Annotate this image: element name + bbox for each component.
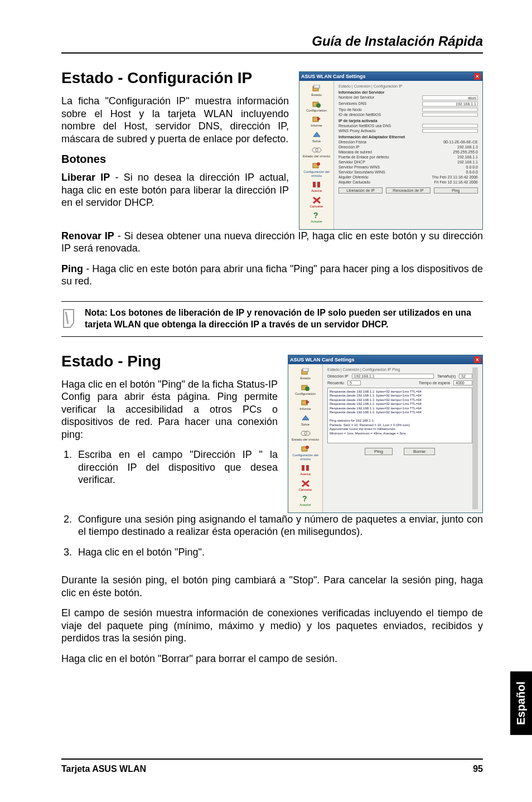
subheading-botones: Botones [61,153,289,166]
field-value [422,129,478,133]
size-input[interactable]: 32 [459,374,472,379]
paragraph-ping-intro: Haga clic en el botón "Ping" de la ficha… [61,378,278,441]
field-label: Dirección Física [338,140,366,144]
field-value: 192.168.1.3 [457,145,478,149]
sidebar-item-label[interactable]: Configuración [295,392,316,395]
report-icon [301,399,311,407]
tab-bar[interactable]: Estado | Conexión | Configuración IP [338,84,478,88]
field-label: Tipo de Nodo [338,108,362,112]
field-label: Servidores DNS [338,102,366,107]
link-status-icon [312,146,322,154]
sidebar-item-label[interactable]: Estado del vínculo [303,154,330,158]
tab-bar[interactable]: Estado | Conexión | Configuración IP Pin… [327,368,472,371]
about-icon [312,181,322,189]
field-label: Nombre del Servidor [338,95,374,100]
svg-rect-10 [317,182,320,187]
report-icon [312,115,322,123]
renew-ip-button[interactable]: Renovación de IP [386,187,430,194]
field-label: Recuento [327,381,344,385]
screenshot-ip-config-window: ASUS WLAN Card Settings × Estado Configu… [299,71,483,230]
svg-point-20 [306,446,309,449]
sidebar-item-label[interactable]: Configuración del vínculo [303,170,330,177]
page-footer: Tarjeta ASUS WLAN 95 [61,758,483,774]
svg-point-18 [304,431,310,436]
clear-button[interactable]: Borrar [404,448,435,455]
solve-icon [301,414,311,422]
paragraph-session-field: El campo de sesión muestra información d… [61,607,483,645]
scrollbar[interactable] [472,368,478,509]
steps-list: Escriba en el campo "Dirección IP " la d… [61,448,278,486]
about-icon [301,464,311,472]
sidebar-item-label[interactable]: Informe [311,124,322,127]
sidebar-item-label[interactable]: Informe [299,407,311,410]
main-panel: Estado | Conexión | Configuración IP Pin… [323,364,482,513]
svg-text:?: ? [313,211,318,219]
paragraph-ping: Ping - Haga clic en este botón para abri… [61,263,483,288]
sidebar-item-label[interactable]: Solve [301,423,309,426]
svg-rect-13 [303,368,308,371]
accept-icon: ? [301,495,310,503]
field-label: Tiempo de espera [419,381,450,385]
header-rule [61,52,483,54]
svg-point-8 [317,162,320,166]
sidebar-item-label[interactable]: Cancelar [309,205,323,208]
page-number: 95 [473,764,483,774]
status-icon [301,368,311,376]
close-icon[interactable]: × [474,73,481,80]
field-label: Puerta de Enlace por defecto [338,155,389,159]
main-panel: Estado | Conexión | Configuración IP Inf… [334,81,482,229]
sidebar-item-label[interactable]: Estado [311,93,322,96]
footer-title: Tarjeta ASUS WLAN [61,764,146,774]
close-icon[interactable]: × [474,356,481,363]
step-3: Haga clic en el botón "Ping". [75,546,483,559]
sidebar-item-label[interactable]: Acerca [300,472,311,476]
link-config-icon [301,445,311,453]
sidebar-item-label[interactable]: Solve [312,139,321,143]
field-value [422,124,478,128]
svg-point-3 [316,103,321,108]
ping-button[interactable]: Ping [365,448,393,455]
field-value: asus [422,95,478,100]
screenshot-ping-window: ASUS WLAN Card Settings × Estado Configu… [288,355,483,513]
sidebar-item-label[interactable]: Estado del vínculo [292,438,319,441]
sidebar-item-label[interactable]: Aceptar [311,220,322,223]
step-1: Escriba en el campo "Dirección IP " la d… [75,448,278,486]
sidebar-item-label[interactable]: Estado [300,376,311,380]
svg-point-17 [301,431,307,436]
page-header: Guía de Instalación Rápida [61,33,483,49]
svg-rect-21 [302,465,304,471]
note-block: Nota: Los botones de liberación de IP y … [61,301,483,337]
section-ip-card: IP de tarjeta activada [338,119,478,123]
field-label: Servidor DHCP [338,160,365,164]
ip-address-input[interactable]: 192.168.1.1 [352,374,434,379]
sidebar-item-label[interactable]: Configuración [306,109,327,112]
ping-log: Respuesta desde 192.168.1.1: bytes=32 ti… [327,388,472,443]
window-title: ASUS WLAN Card Settings [290,357,355,363]
count-input[interactable]: 5 [347,380,361,385]
sidebar-item-label[interactable]: Acerca [311,189,322,192]
heading-ip-config: Estado - Configuración IP [61,69,289,87]
svg-rect-22 [306,465,309,471]
section-server-info: Información del Servidor [338,90,478,94]
field-label: Dirección IP [338,145,360,149]
field-value: 0.0.0.0 [466,165,478,169]
field-label: WINS Proxy Activado [338,129,376,133]
paragraph-clear: Haga clic en el botón "Borrar" para borr… [61,653,483,665]
link-status-icon [301,429,311,437]
svg-rect-1 [314,85,320,88]
status-icon [312,85,322,93]
svg-text:?: ? [302,495,307,503]
sidebar-item-label[interactable]: Configuración del vínculo [292,453,318,461]
cancel-icon [301,480,310,487]
field-label: ID de dirección NetBIOS [338,113,381,117]
field-label: Resolución NetBIOS usa DNS [338,124,391,128]
timeout-input[interactable]: 4000 [453,380,472,385]
sidebar-item-label[interactable]: Cancelar [298,488,312,491]
sidebar-item-label[interactable]: Aceptar [299,503,311,506]
field-label: Máscara de subred [338,150,372,154]
field-value: Thu Feb 23 11:16:42 2006 [432,175,478,179]
ping-button[interactable]: Ping [434,187,478,194]
heading-ping: Estado - Ping [61,352,278,370]
field-label: Alquiler Obtenido [338,175,369,179]
release-ip-button[interactable]: Liberación de IP [338,187,383,194]
